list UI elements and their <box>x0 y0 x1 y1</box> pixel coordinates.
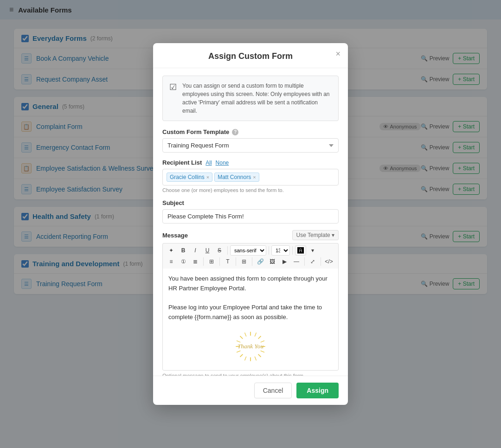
template-field-group: Custom Form Template ? Training Request … <box>162 128 339 153</box>
toolbar-sep-1 <box>227 246 228 255</box>
toolbar-sep-2 <box>269 246 269 255</box>
info-checkbox-icon: ☑ <box>169 82 177 115</box>
thank-you-image-container: Thank You <box>168 326 333 366</box>
editor-toolbar: ✦ B I U S sans-serif 13 <box>162 243 339 269</box>
svg-line-8 <box>255 333 256 336</box>
toolbar-ul-btn[interactable]: ≡ <box>166 256 177 267</box>
modal-body: ☑ You can assign or send a custom form t… <box>153 68 348 376</box>
modal-overlay[interactable]: Assign Custom Form × ☑ You can assign or… <box>0 0 501 448</box>
svg-line-5 <box>240 336 243 339</box>
toolbar-text-align-btn[interactable]: T <box>222 256 233 267</box>
toolbar-italic-btn[interactable]: I <box>190 245 201 256</box>
template-select[interactable]: Training Request Form <box>162 138 339 153</box>
svg-line-13 <box>237 351 240 352</box>
template-help-icon[interactable]: ? <box>232 129 238 135</box>
subject-input[interactable] <box>162 209 339 224</box>
modal-header: Assign Custom Form × <box>153 43 348 68</box>
tag-remove-gracie[interactable]: × <box>206 174 209 180</box>
message-line1: You have been assigned this form to comp… <box>168 274 333 294</box>
tag-remove-matt[interactable]: × <box>253 174 256 180</box>
recipient-label: Recipient List <box>162 159 202 166</box>
toolbar-size-select[interactable]: 13 <box>271 245 290 256</box>
svg-line-9 <box>245 333 246 336</box>
message-field-group: Message Use Template ▾ ✦ B I U S sans-se… <box>162 230 339 376</box>
svg-line-15 <box>245 357 246 360</box>
toolbar-link-btn[interactable]: 🔗 <box>255 256 266 267</box>
svg-line-6 <box>258 354 261 357</box>
thank-you-svg: Thank You <box>227 326 274 363</box>
subject-label: Subject <box>162 199 339 206</box>
use-template-button[interactable]: Use Template ▾ <box>292 230 339 240</box>
subject-field-group: Subject <box>162 199 339 224</box>
recipient-field-group: Recipient List All None Gracie Collins ×… <box>162 159 339 193</box>
tag-label-matt: Matt Connors <box>218 174 251 180</box>
toolbar-sep-7 <box>252 257 252 266</box>
assign-custom-form-modal: Assign Custom Form × ☑ You can assign or… <box>153 43 348 405</box>
recipient-none[interactable]: None <box>216 160 229 166</box>
toolbar-sep-5 <box>219 257 220 266</box>
toolbar-sep-4 <box>203 257 204 266</box>
toolbar-sep-6 <box>236 257 236 266</box>
recipient-header: Recipient List All None <box>162 159 339 166</box>
svg-line-4 <box>258 336 261 339</box>
toolbar-ol-btn[interactable]: ① <box>178 256 189 267</box>
toolbar-indent-btn[interactable]: ⊞ <box>206 256 217 267</box>
svg-line-12 <box>261 351 264 352</box>
toolbar-sep-8 <box>304 257 305 266</box>
toolbar-underline-btn[interactable]: U <box>202 245 213 256</box>
modal-footer: Cancel Assign <box>153 376 348 405</box>
recipient-all[interactable]: All <box>206 160 212 166</box>
info-box: ☑ You can assign or send a custom form t… <box>162 76 339 121</box>
toolbar-sep-9 <box>321 257 321 266</box>
svg-line-7 <box>240 354 243 357</box>
recipient-hint: Choose one (or more) employees to send t… <box>162 187 339 193</box>
message-header: Message Use Template ▾ <box>162 230 339 240</box>
info-box-text: You can assign or send a custom form to … <box>182 82 332 115</box>
recipient-options: All None <box>206 160 229 166</box>
recipient-tag-gracie: Gracie Collins × <box>167 173 212 182</box>
toolbar-hr-btn[interactable]: — <box>291 256 302 267</box>
toolbar-row-2: ≡ ① ≣ ⊞ T ⊞ 🔗 🖼 ▶ — <box>166 256 335 267</box>
template-label: Custom Form Template ? <box>162 128 339 135</box>
toolbar-image-btn[interactable]: 🖼 <box>267 256 278 267</box>
toolbar-color-more-btn[interactable]: ▾ <box>307 245 318 256</box>
assign-button[interactable]: Assign <box>296 383 339 398</box>
toolbar-source-btn[interactable]: </> <box>323 256 334 267</box>
recipient-tags-input[interactable]: Gracie Collins × Matt Connors × <box>162 169 339 186</box>
svg-line-11 <box>237 341 240 342</box>
toolbar-sep-3 <box>292 246 293 255</box>
message-line2: Please log into your Employee Portal and… <box>168 303 333 322</box>
toolbar-align-btn[interactable]: ≣ <box>190 256 201 267</box>
toolbar-color-btn[interactable]: 🅰 <box>295 245 306 256</box>
toolbar-expand-btn[interactable]: ⤢ <box>307 256 318 267</box>
modal-title: Assign Custom Form <box>162 51 339 61</box>
toolbar-table-btn[interactable]: ⊞ <box>238 256 250 267</box>
recipient-tag-matt: Matt Connors × <box>214 173 259 182</box>
toolbar-font-select[interactable]: sans-serif <box>230 245 266 256</box>
toolbar-video-btn[interactable]: ▶ <box>279 256 290 267</box>
toolbar-format-btn[interactable]: ✦ <box>166 245 177 256</box>
message-label: Message <box>162 232 188 239</box>
editor-content[interactable]: You have been assigned this form to comp… <box>162 269 339 371</box>
svg-line-10 <box>261 341 264 342</box>
toolbar-bold-btn[interactable]: B <box>178 245 189 256</box>
svg-line-14 <box>255 357 256 360</box>
modal-close-button[interactable]: × <box>335 50 340 58</box>
cancel-button[interactable]: Cancel <box>254 383 292 398</box>
toolbar-strikethrough-btn[interactable]: S <box>214 245 225 256</box>
toolbar-row-1: ✦ B I U S sans-serif 13 <box>166 245 335 256</box>
svg-text:Thank You: Thank You <box>238 343 264 350</box>
tag-label-gracie: Gracie Collins <box>170 174 205 180</box>
